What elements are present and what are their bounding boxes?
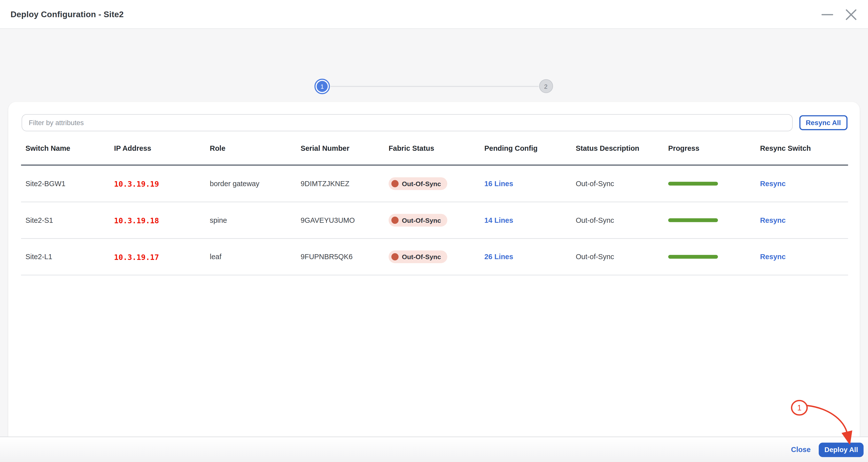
switch-name: Site2-L1	[21, 253, 110, 261]
ip-address: 10.3.19.17	[110, 253, 206, 261]
table-row: Site2-L1 10.3.19.17 leaf 9FUPNBR5QK6 Out…	[21, 239, 848, 276]
resync-cell: Resync	[756, 216, 848, 224]
filter-input[interactable]	[22, 114, 793, 131]
serial-number: 9DIMTZJKNEZ	[296, 179, 384, 187]
switch-name: Site2-BGW1	[21, 179, 110, 187]
switch-table-card: Resync All Switch Name IP Address Role S…	[8, 102, 860, 437]
status-description: Out-of-Sync	[571, 253, 663, 261]
wizard-stepper: 1 Config Preview 2 Deploy Progress	[0, 29, 868, 102]
switch-name: Site2-S1	[21, 216, 110, 224]
pending-config-link[interactable]: 14 Lines	[484, 216, 513, 224]
close-button[interactable]: Close	[791, 445, 811, 454]
pending-config-link[interactable]: 16 Lines	[484, 179, 513, 187]
pending-config-cell: 16 Lines	[480, 179, 571, 187]
fabric-status: Out-Of-Sync	[384, 251, 480, 263]
resync-link[interactable]: Resync	[760, 253, 785, 261]
resync-link[interactable]: Resync	[760, 179, 785, 187]
status-description: Out-of-Sync	[571, 216, 663, 224]
col-resync-switch: Resync Switch	[756, 144, 848, 152]
serial-number: 9GAVEYU3UMO	[296, 216, 384, 224]
pending-config-cell: 26 Lines	[480, 253, 571, 261]
progress-bar	[668, 182, 718, 186]
table-header-row: Switch Name IP Address Role Serial Numbe…	[21, 131, 848, 166]
ip-address: 10.3.19.18	[110, 216, 206, 225]
role: spine	[206, 216, 296, 224]
status-description: Out-of-Sync	[571, 179, 663, 187]
minimize-icon[interactable]	[822, 8, 833, 20]
table-row: Site2-S1 10.3.19.18 spine 9GAVEYU3UMO Ou…	[21, 202, 848, 239]
col-serial-number: Serial Number	[296, 144, 384, 152]
resync-link[interactable]: Resync	[760, 216, 785, 224]
step-2-circle: 2	[539, 79, 553, 93]
status-badge: Out-Of-Sync	[389, 214, 447, 227]
pending-config-cell: 14 Lines	[480, 216, 571, 224]
status-badge: Out-Of-Sync	[389, 177, 447, 190]
dialog-header: Deploy Configuration - Site2	[0, 0, 868, 29]
out-of-sync-dot-icon	[392, 253, 399, 260]
col-switch-name: Switch Name	[21, 144, 110, 152]
serial-number: 9FUPNBR5QK6	[296, 253, 384, 261]
out-of-sync-dot-icon	[392, 216, 399, 224]
progress-cell	[664, 255, 756, 259]
fabric-status: Out-Of-Sync	[384, 214, 480, 227]
fabric-status: Out-Of-Sync	[384, 177, 480, 190]
col-status-description: Status Description	[571, 144, 663, 152]
resync-cell: Resync	[756, 253, 848, 261]
resync-all-button[interactable]: Resync All	[799, 115, 847, 130]
status-badge: Out-Of-Sync	[389, 251, 447, 263]
dialog-title: Deploy Configuration - Site2	[10, 9, 124, 19]
deploy-configuration-dialog: Deploy Configuration - Site2 1 Config Pr…	[0, 0, 868, 462]
progress-cell	[664, 218, 756, 222]
switch-table: Switch Name IP Address Role Serial Numbe…	[21, 131, 848, 276]
progress-cell	[664, 182, 756, 186]
col-fabric-status: Fabric Status	[384, 144, 480, 152]
col-ip-address: IP Address	[110, 144, 206, 152]
col-role: Role	[206, 144, 296, 152]
table-row: Site2-BGW1 10.3.19.19 border gateway 9DI…	[21, 166, 848, 202]
close-icon[interactable]	[845, 8, 857, 20]
table-toolbar: Resync All	[8, 102, 860, 131]
progress-bar	[668, 255, 718, 259]
col-progress: Progress	[664, 144, 756, 152]
ip-address: 10.3.19.19	[110, 179, 206, 188]
step-1-circle: 1	[314, 79, 330, 94]
resync-cell: Resync	[756, 179, 848, 187]
out-of-sync-dot-icon	[392, 180, 399, 187]
deploy-all-button[interactable]: Deploy All	[819, 442, 864, 457]
dialog-footer: Close Deploy All	[0, 437, 868, 462]
role: leaf	[206, 253, 296, 261]
pending-config-link[interactable]: 26 Lines	[484, 253, 513, 261]
progress-bar	[668, 218, 718, 222]
role: border gateway	[206, 179, 296, 187]
col-pending-config: Pending Config	[480, 144, 571, 152]
